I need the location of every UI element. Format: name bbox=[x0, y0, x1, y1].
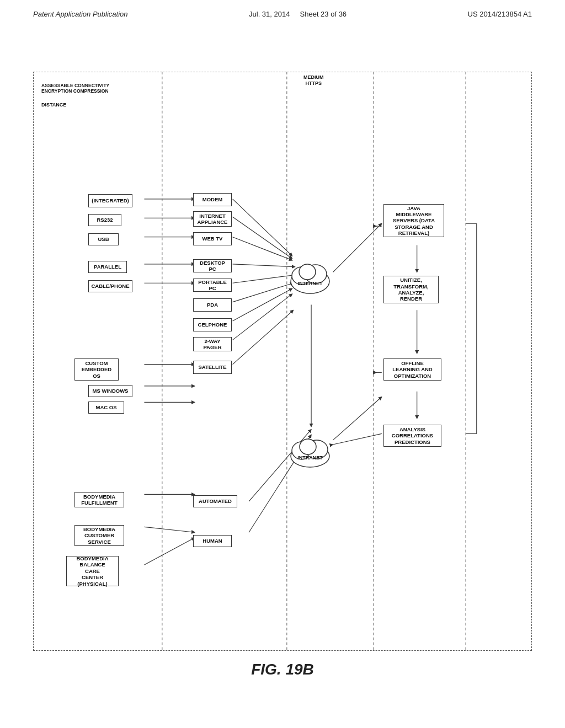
medium-https-label: MEDIUMHTTPS bbox=[303, 74, 324, 87]
svg-text:INTERNET: INTERNET bbox=[298, 281, 323, 286]
offline-learning-box: OFFLINELEARNING ANDOPTIMIZATION bbox=[383, 358, 441, 381]
rs232-box: RS232 bbox=[88, 214, 121, 226]
automated-box: AUTOMATED bbox=[193, 495, 237, 507]
publication-label: Patent Application Publication bbox=[33, 10, 128, 18]
integrated-box: (INTEGRATED) bbox=[88, 194, 132, 207]
distance-label: DISTANCE bbox=[41, 102, 66, 108]
custom-embedded-box: CUSTOMEMBEDDEDOS bbox=[74, 358, 119, 381]
bodymedia-balance-box: BODYMEDIABALANCECARECENTER(PHYSICAL) bbox=[66, 556, 119, 586]
internet-appliance-box: INTERNETAPPLIANCE bbox=[193, 211, 232, 227]
unitize-box: UNITIZE,TRANSFORM,ANALYZE,RENDER bbox=[383, 276, 439, 303]
usb-box: USB bbox=[88, 233, 119, 245]
modem-box: MODEM bbox=[193, 193, 232, 206]
sheet-info: Sheet 23 of 36 bbox=[300, 10, 347, 18]
portable-pc-box: PORTABLE PC bbox=[193, 279, 232, 292]
patent-number: US 2014/213854 A1 bbox=[468, 10, 532, 18]
intranet-cloud: INTRANET bbox=[288, 427, 332, 469]
svg-point-46 bbox=[300, 439, 316, 454]
desktop-pc-box: DESKTOP PC bbox=[193, 259, 232, 272]
java-middleware-box: JAVAMIDDLEWARESERVERS (DATASTORAGE ANDRE… bbox=[383, 204, 444, 237]
date-sheet: Jul. 31, 2014 Sheet 23 of 36 bbox=[249, 10, 347, 18]
assessable-label: ASSESSABLE CONNECTIVITYENCRYPTION COMPRE… bbox=[41, 83, 109, 94]
analysis-correlations-box: ANALYSISCORRELATIONSPREDICTIONS bbox=[383, 425, 441, 447]
web-tv-box: WEB TV bbox=[193, 232, 232, 245]
pda-box: PDA bbox=[193, 298, 232, 312]
svg-point-41 bbox=[299, 264, 316, 280]
parallel-box: PARALLEL bbox=[88, 261, 127, 273]
internet-cloud: INTERNET bbox=[288, 251, 332, 295]
page-header: Patent Application Publication Jul. 31, … bbox=[0, 0, 565, 18]
ms-windows-box: MS WINDOWS bbox=[88, 385, 132, 397]
figure-label: FIG. 19B bbox=[251, 661, 314, 678]
bodymedia-customer-box: BODYMEDIACUSTOMERSERVICE bbox=[74, 525, 124, 546]
date: Jul. 31, 2014 bbox=[249, 10, 290, 18]
two-way-pager-box: 2-WAY PAGER bbox=[193, 337, 232, 351]
page: Patent Application Publication Jul. 31, … bbox=[0, 0, 565, 728]
mac-os-box: MAC OS bbox=[88, 402, 124, 414]
satellite-box: SATELLITE bbox=[193, 361, 232, 374]
human-box: HUMAN bbox=[193, 535, 232, 547]
diagram-area: ASSESSABLE CONNECTIVITYENCRYPTION COMPRE… bbox=[33, 72, 532, 695]
bodymedia-fulfillment-box: BODYMEDIAFULFILLMENT bbox=[74, 492, 124, 507]
svg-text:INTRANET: INTRANET bbox=[297, 455, 323, 461]
cable-phone-box: CABLE/PHONE bbox=[88, 280, 132, 292]
celphone-box: CELPHONE bbox=[193, 318, 232, 331]
